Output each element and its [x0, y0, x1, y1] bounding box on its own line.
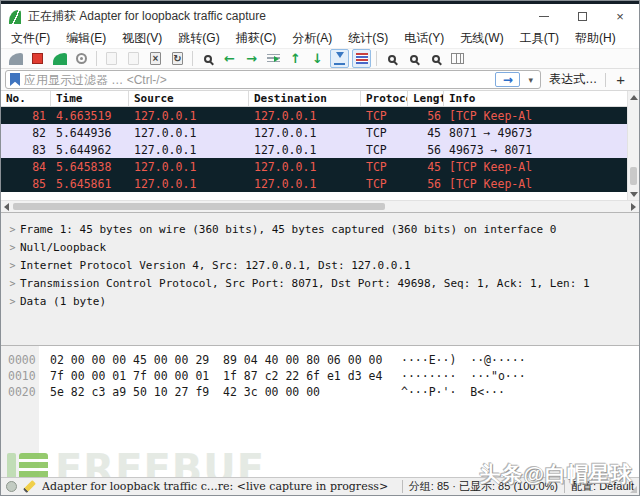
wireshark-window: 正在捕获 Adapter for loopback traffic captur…	[0, 0, 640, 496]
vertical-scrollbar[interactable]	[627, 91, 639, 201]
close-file-icon[interactable]: ×	[146, 49, 165, 68]
menu-go[interactable]: 跳转(G)	[170, 29, 227, 48]
stop-capture-icon[interactable]	[28, 49, 47, 68]
menu-analyze[interactable]: 分析(A)	[284, 29, 340, 48]
hex-row-0000[interactable]: 0000 02 00 00 00 45 00 00 29 89 04 40 00…	[1, 353, 639, 369]
previous-packet-icon[interactable]: ←	[220, 49, 239, 68]
maximize-icon	[578, 12, 587, 21]
menu-wireless[interactable]: 无线(W)	[452, 29, 511, 48]
menu-capture[interactable]: 捕获(C)	[228, 29, 285, 48]
last-packet-icon[interactable]: ↓	[308, 49, 327, 68]
save-file-icon[interactable]	[124, 49, 143, 68]
hex-row-0020[interactable]: 0020 5e 82 c3 a9 50 10 27 f9 42 3c 00 00…	[1, 385, 639, 401]
go-to-packet-icon[interactable]	[264, 49, 283, 68]
column-source[interactable]: Source	[129, 91, 249, 106]
toolbar-separator	[192, 51, 193, 66]
start-capture-icon[interactable]	[6, 49, 25, 68]
auto-scroll-icon[interactable]	[330, 49, 349, 68]
scrollbar-thumb[interactable]	[13, 203, 385, 210]
expander-icon[interactable]: >	[5, 260, 20, 271]
cell-destination: 127.0.0.1	[249, 143, 361, 157]
detail-text: Frame 1: 45 bytes on wire (360 bits), 45…	[20, 223, 556, 236]
packet-row-82[interactable]: 82 5.644936 127.0.0.1 127.0.0.1 TCP 45 8…	[1, 124, 627, 141]
close-button[interactable]: ×	[601, 4, 639, 29]
hex-offset: 0020	[1, 385, 41, 401]
next-packet-icon[interactable]: →	[242, 49, 261, 68]
detail-null-loopback[interactable]: > Null/Loopback	[5, 238, 635, 256]
cell-source: 127.0.0.1	[129, 160, 249, 174]
menu-statistics[interactable]: 统计(S)	[340, 29, 396, 48]
open-file-icon[interactable]	[102, 49, 121, 68]
column-destination[interactable]: Destination	[249, 91, 361, 106]
hex-row-0010[interactable]: 0010 7f 00 00 01 7f 00 00 01 1f 87 c2 22…	[1, 369, 639, 385]
menu-help[interactable]: 帮助(H)	[567, 29, 624, 48]
expander-icon[interactable]: >	[5, 242, 20, 253]
menu-tools[interactable]: 工具(T)	[512, 29, 567, 48]
zoom-out-icon[interactable]	[404, 49, 423, 68]
gear-icon	[76, 53, 87, 64]
menu-file[interactable]: 文件(F)	[3, 29, 58, 48]
minimize-icon	[539, 16, 549, 17]
horizontal-scrollbar[interactable]	[1, 200, 639, 212]
scroll-down-icon[interactable]	[630, 192, 638, 197]
filter-history-dropdown[interactable]: ▾	[524, 75, 537, 85]
capture-comment-icon[interactable]	[23, 480, 36, 493]
cell-time: 5.645838	[51, 160, 129, 174]
packet-row-84[interactable]: 84 5.645838 127.0.0.1 127.0.0.1 TCP 45 […	[1, 158, 627, 175]
menu-edit[interactable]: 编辑(E)	[58, 29, 114, 48]
scroll-up-icon[interactable]	[630, 95, 638, 100]
cell-protocol: TCP	[361, 160, 408, 174]
menu-telephony[interactable]: 电话(Y)	[396, 29, 452, 48]
expander-icon[interactable]: >	[5, 224, 20, 235]
column-protocol[interactable]: Protocol	[361, 91, 408, 106]
apply-filter-button[interactable]: →	[495, 72, 520, 87]
column-info[interactable]: Info	[444, 91, 627, 106]
first-packet-icon[interactable]: ↑	[286, 49, 305, 68]
detail-text: Internet Protocol Version 4, Src: 127.0.…	[20, 259, 411, 272]
bookmark-icon[interactable]	[10, 73, 20, 86]
find-packet-icon[interactable]	[198, 49, 217, 68]
menu-view[interactable]: 视图(V)	[114, 29, 170, 48]
zoom-in-icon[interactable]	[382, 49, 401, 68]
expander-icon[interactable]: >	[5, 296, 20, 307]
packet-row-85[interactable]: 85 5.645861 127.0.0.1 127.0.0.1 TCP 56 […	[1, 175, 627, 192]
packet-row-81[interactable]: 81 4.663519 127.0.0.1 127.0.0.1 TCP 56 […	[1, 107, 627, 124]
colorize-icon[interactable]	[352, 49, 371, 68]
column-time[interactable]: Time	[51, 91, 129, 106]
column-length[interactable]: Length	[408, 91, 444, 106]
expander-icon[interactable]: >	[5, 278, 20, 289]
hex-ascii: ····E··) ··@·····	[401, 353, 639, 369]
wireshark-fin-icon	[9, 10, 21, 24]
reload-icon[interactable]: ↻	[168, 49, 187, 68]
add-filter-button[interactable]: +	[610, 72, 633, 87]
capture-options-icon[interactable]	[72, 49, 91, 68]
resize-columns-icon[interactable]	[448, 49, 467, 68]
expression-button[interactable]: 表达式…	[545, 71, 601, 88]
document-icon	[106, 52, 117, 65]
cell-info: [TCP Keep-Al	[444, 160, 627, 174]
display-filter-input[interactable]	[24, 73, 491, 87]
detail-frame[interactable]: > Frame 1: 45 bytes on wire (360 bits), …	[5, 220, 635, 238]
cell-length: 56	[408, 143, 444, 157]
freebuf-watermark: FREEBUF	[7, 446, 265, 477]
detail-data[interactable]: > Data (1 byte)	[5, 292, 635, 310]
cell-destination: 127.0.0.1	[249, 160, 361, 174]
zoom-original-icon[interactable]	[426, 49, 445, 68]
scrollbar-thumb[interactable]	[630, 167, 637, 185]
scroll-right-icon[interactable]	[631, 203, 636, 211]
cell-time: 4.663519	[51, 109, 129, 123]
packet-row-83[interactable]: 83 5.644962 127.0.0.1 127.0.0.1 TCP 56 4…	[1, 141, 627, 158]
column-no[interactable]: No.	[1, 91, 51, 106]
reload-document-icon: ↻	[172, 52, 183, 65]
filter-separator	[605, 73, 606, 87]
detail-ipv4[interactable]: > Internet Protocol Version 4, Src: 127.…	[5, 256, 635, 274]
hex-offset: 0010	[1, 369, 41, 385]
detail-tcp[interactable]: > Transmission Control Protocol, Src Por…	[5, 274, 635, 292]
minimize-button[interactable]	[525, 4, 563, 29]
detail-text: Data (1 byte)	[20, 295, 106, 308]
expert-info-icon[interactable]	[6, 481, 17, 492]
maximize-button[interactable]	[563, 4, 601, 29]
scroll-left-icon[interactable]	[4, 203, 9, 211]
restart-capture-icon[interactable]	[50, 49, 69, 68]
cell-no: 84	[1, 160, 51, 174]
